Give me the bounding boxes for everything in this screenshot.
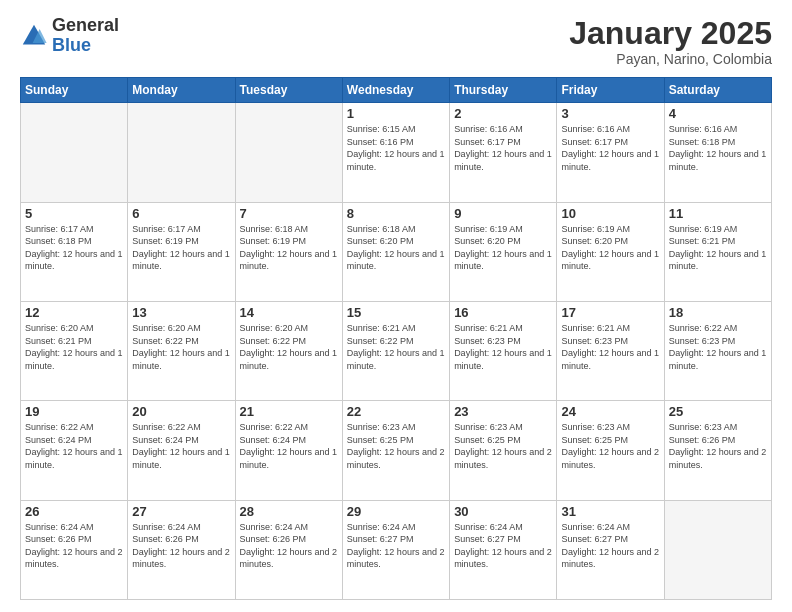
day-info: Sunrise: 6:20 AM Sunset: 6:22 PM Dayligh… [240, 322, 338, 372]
calendar-cell: 4Sunrise: 6:16 AM Sunset: 6:18 PM Daylig… [664, 103, 771, 202]
calendar-cell: 12Sunrise: 6:20 AM Sunset: 6:21 PM Dayli… [21, 301, 128, 400]
day-info: Sunrise: 6:24 AM Sunset: 6:26 PM Dayligh… [132, 521, 230, 571]
calendar-cell [235, 103, 342, 202]
day-info: Sunrise: 6:20 AM Sunset: 6:21 PM Dayligh… [25, 322, 123, 372]
calendar-cell: 21Sunrise: 6:22 AM Sunset: 6:24 PM Dayli… [235, 401, 342, 500]
day-number: 11 [669, 206, 767, 221]
day-info: Sunrise: 6:18 AM Sunset: 6:19 PM Dayligh… [240, 223, 338, 273]
day-number: 19 [25, 404, 123, 419]
day-number: 23 [454, 404, 552, 419]
day-info: Sunrise: 6:22 AM Sunset: 6:23 PM Dayligh… [669, 322, 767, 372]
day-number: 10 [561, 206, 659, 221]
day-info: Sunrise: 6:15 AM Sunset: 6:16 PM Dayligh… [347, 123, 445, 173]
day-info: Sunrise: 6:23 AM Sunset: 6:25 PM Dayligh… [347, 421, 445, 471]
calendar-cell: 26Sunrise: 6:24 AM Sunset: 6:26 PM Dayli… [21, 500, 128, 599]
calendar-cell: 18Sunrise: 6:22 AM Sunset: 6:23 PM Dayli… [664, 301, 771, 400]
day-info: Sunrise: 6:24 AM Sunset: 6:27 PM Dayligh… [347, 521, 445, 571]
calendar-cell: 14Sunrise: 6:20 AM Sunset: 6:22 PM Dayli… [235, 301, 342, 400]
calendar-cell [664, 500, 771, 599]
calendar-cell: 6Sunrise: 6:17 AM Sunset: 6:19 PM Daylig… [128, 202, 235, 301]
calendar-header-row: Sunday Monday Tuesday Wednesday Thursday… [21, 78, 772, 103]
day-info: Sunrise: 6:24 AM Sunset: 6:27 PM Dayligh… [454, 521, 552, 571]
calendar-cell [128, 103, 235, 202]
title-month: January 2025 [569, 16, 772, 51]
day-number: 21 [240, 404, 338, 419]
day-number: 27 [132, 504, 230, 519]
logo-text: General Blue [52, 16, 119, 56]
day-info: Sunrise: 6:22 AM Sunset: 6:24 PM Dayligh… [25, 421, 123, 471]
calendar-week-4: 26Sunrise: 6:24 AM Sunset: 6:26 PM Dayli… [21, 500, 772, 599]
day-info: Sunrise: 6:23 AM Sunset: 6:25 PM Dayligh… [561, 421, 659, 471]
calendar-cell: 20Sunrise: 6:22 AM Sunset: 6:24 PM Dayli… [128, 401, 235, 500]
col-monday: Monday [128, 78, 235, 103]
calendar-cell: 22Sunrise: 6:23 AM Sunset: 6:25 PM Dayli… [342, 401, 449, 500]
col-tuesday: Tuesday [235, 78, 342, 103]
day-number: 22 [347, 404, 445, 419]
day-info: Sunrise: 6:20 AM Sunset: 6:22 PM Dayligh… [132, 322, 230, 372]
day-info: Sunrise: 6:24 AM Sunset: 6:27 PM Dayligh… [561, 521, 659, 571]
day-number: 30 [454, 504, 552, 519]
day-info: Sunrise: 6:16 AM Sunset: 6:17 PM Dayligh… [561, 123, 659, 173]
day-number: 26 [25, 504, 123, 519]
day-number: 20 [132, 404, 230, 419]
day-info: Sunrise: 6:17 AM Sunset: 6:19 PM Dayligh… [132, 223, 230, 273]
calendar-week-2: 12Sunrise: 6:20 AM Sunset: 6:21 PM Dayli… [21, 301, 772, 400]
calendar-cell: 30Sunrise: 6:24 AM Sunset: 6:27 PM Dayli… [450, 500, 557, 599]
calendar-table: Sunday Monday Tuesday Wednesday Thursday… [20, 77, 772, 600]
day-number: 15 [347, 305, 445, 320]
calendar-cell: 29Sunrise: 6:24 AM Sunset: 6:27 PM Dayli… [342, 500, 449, 599]
day-info: Sunrise: 6:23 AM Sunset: 6:25 PM Dayligh… [454, 421, 552, 471]
logo-general: General [52, 16, 119, 36]
calendar-cell: 11Sunrise: 6:19 AM Sunset: 6:21 PM Dayli… [664, 202, 771, 301]
calendar-cell: 25Sunrise: 6:23 AM Sunset: 6:26 PM Dayli… [664, 401, 771, 500]
day-info: Sunrise: 6:16 AM Sunset: 6:18 PM Dayligh… [669, 123, 767, 173]
calendar-cell: 2Sunrise: 6:16 AM Sunset: 6:17 PM Daylig… [450, 103, 557, 202]
calendar-cell: 10Sunrise: 6:19 AM Sunset: 6:20 PM Dayli… [557, 202, 664, 301]
calendar-cell: 8Sunrise: 6:18 AM Sunset: 6:20 PM Daylig… [342, 202, 449, 301]
calendar-cell: 23Sunrise: 6:23 AM Sunset: 6:25 PM Dayli… [450, 401, 557, 500]
page: General Blue January 2025 Payan, Narino,… [0, 0, 792, 612]
calendar-week-3: 19Sunrise: 6:22 AM Sunset: 6:24 PM Dayli… [21, 401, 772, 500]
day-info: Sunrise: 6:21 AM Sunset: 6:22 PM Dayligh… [347, 322, 445, 372]
calendar-cell: 13Sunrise: 6:20 AM Sunset: 6:22 PM Dayli… [128, 301, 235, 400]
title-location: Payan, Narino, Colombia [569, 51, 772, 67]
col-wednesday: Wednesday [342, 78, 449, 103]
day-info: Sunrise: 6:18 AM Sunset: 6:20 PM Dayligh… [347, 223, 445, 273]
day-info: Sunrise: 6:23 AM Sunset: 6:26 PM Dayligh… [669, 421, 767, 471]
calendar-cell: 16Sunrise: 6:21 AM Sunset: 6:23 PM Dayli… [450, 301, 557, 400]
calendar-cell [21, 103, 128, 202]
calendar-week-1: 5Sunrise: 6:17 AM Sunset: 6:18 PM Daylig… [21, 202, 772, 301]
day-number: 5 [25, 206, 123, 221]
logo-blue: Blue [52, 36, 119, 56]
day-number: 9 [454, 206, 552, 221]
day-info: Sunrise: 6:17 AM Sunset: 6:18 PM Dayligh… [25, 223, 123, 273]
calendar-cell: 15Sunrise: 6:21 AM Sunset: 6:22 PM Dayli… [342, 301, 449, 400]
calendar-cell: 7Sunrise: 6:18 AM Sunset: 6:19 PM Daylig… [235, 202, 342, 301]
calendar-cell: 31Sunrise: 6:24 AM Sunset: 6:27 PM Dayli… [557, 500, 664, 599]
day-number: 14 [240, 305, 338, 320]
day-info: Sunrise: 6:24 AM Sunset: 6:26 PM Dayligh… [25, 521, 123, 571]
day-number: 6 [132, 206, 230, 221]
col-thursday: Thursday [450, 78, 557, 103]
col-sunday: Sunday [21, 78, 128, 103]
day-info: Sunrise: 6:21 AM Sunset: 6:23 PM Dayligh… [454, 322, 552, 372]
day-info: Sunrise: 6:19 AM Sunset: 6:21 PM Dayligh… [669, 223, 767, 273]
calendar-cell: 19Sunrise: 6:22 AM Sunset: 6:24 PM Dayli… [21, 401, 128, 500]
calendar-cell: 3Sunrise: 6:16 AM Sunset: 6:17 PM Daylig… [557, 103, 664, 202]
day-info: Sunrise: 6:22 AM Sunset: 6:24 PM Dayligh… [132, 421, 230, 471]
day-number: 18 [669, 305, 767, 320]
day-number: 25 [669, 404, 767, 419]
calendar-cell: 17Sunrise: 6:21 AM Sunset: 6:23 PM Dayli… [557, 301, 664, 400]
calendar-cell: 28Sunrise: 6:24 AM Sunset: 6:26 PM Dayli… [235, 500, 342, 599]
day-number: 12 [25, 305, 123, 320]
day-number: 17 [561, 305, 659, 320]
logo-icon [20, 22, 48, 50]
calendar-cell: 1Sunrise: 6:15 AM Sunset: 6:16 PM Daylig… [342, 103, 449, 202]
day-number: 29 [347, 504, 445, 519]
calendar-cell: 24Sunrise: 6:23 AM Sunset: 6:25 PM Dayli… [557, 401, 664, 500]
calendar-cell: 27Sunrise: 6:24 AM Sunset: 6:26 PM Dayli… [128, 500, 235, 599]
day-number: 31 [561, 504, 659, 519]
day-info: Sunrise: 6:16 AM Sunset: 6:17 PM Dayligh… [454, 123, 552, 173]
day-number: 16 [454, 305, 552, 320]
day-number: 2 [454, 106, 552, 121]
